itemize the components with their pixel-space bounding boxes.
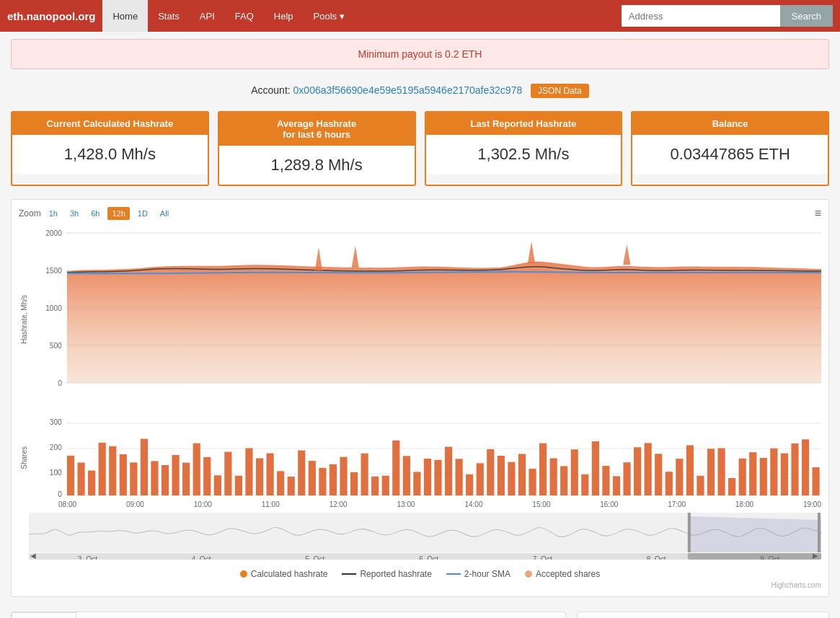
svg-rect-63	[539, 443, 547, 495]
svg-rect-21	[99, 443, 106, 495]
highcharts-credit: Highcharts.com	[19, 579, 821, 589]
legend-2hour-sma-label: 2-hour SMA	[464, 569, 510, 579]
svg-rect-67	[581, 474, 588, 495]
svg-rect-19	[77, 462, 84, 495]
x-label: 17:00	[668, 500, 686, 508]
svg-rect-47	[371, 477, 379, 495]
legend-2hour-sma: 2-hour SMA	[446, 569, 510, 579]
svg-rect-70	[613, 476, 620, 495]
svg-rect-38	[277, 471, 284, 495]
svg-rect-23	[120, 454, 127, 495]
chart-container: Zoom 1h 3h 6h 12h 1D All ≡ Hashrate, Mh/…	[11, 199, 829, 597]
svg-rect-35	[245, 448, 252, 495]
y-axis-hashrate-label: Hashrate, Mh/s	[20, 295, 28, 344]
navigator-svg: ◀ ▶ 3. Oct 4. Oct 5. Oct 6. Oct 7. Oct 8…	[29, 513, 821, 560]
svg-text:4. Oct: 4. Oct	[192, 555, 211, 560]
x-axis: 08:0009:0010:0011:0012:0013:0014:0015:00…	[19, 499, 821, 508]
svg-rect-84	[760, 458, 767, 495]
navigator-wrapper: ◀ ▶ 3. Oct 4. Oct 5. Oct 6. Oct 7. Oct 8…	[19, 513, 821, 562]
alert-message: Minimum payout is 0.2 ETH	[358, 48, 482, 60]
legend-calculated-hashrate: Calculated hashrate	[240, 569, 328, 579]
zoom-all[interactable]: All	[156, 207, 173, 220]
svg-rect-72	[634, 447, 641, 495]
legend-accepted-shares-dot	[525, 570, 532, 578]
svg-rect-54	[445, 447, 452, 495]
nav-faq[interactable]: FAQ	[225, 0, 264, 32]
avg-hashrate-card: Average Hashrate for last 6 hours 1,289.…	[218, 111, 416, 186]
svg-rect-87	[791, 443, 798, 495]
account-row: Account: 0x006a3f56690e4e59e5195a5946e21…	[0, 76, 840, 105]
account-address[interactable]: 0x006a3f56690e4e59e5195a5946e2170afe32c9…	[293, 84, 523, 96]
zoom-3h[interactable]: 3h	[66, 207, 83, 220]
svg-rect-50	[403, 456, 410, 495]
svg-rect-33	[224, 452, 231, 495]
svg-rect-80	[717, 448, 725, 495]
legend-accepted-shares: Accepted shares	[525, 569, 600, 579]
svg-rect-59	[498, 456, 505, 495]
svg-rect-22	[109, 446, 116, 495]
shares-chart-wrapper: Shares 300 200 100 0	[19, 416, 821, 499]
avg-hashrate-header: Average Hashrate for last 6 hours	[219, 112, 415, 146]
balance-value: 0.03447865 ETH	[632, 135, 828, 174]
zoom-12h[interactable]: 12h	[107, 207, 129, 220]
earnings-title: Approximated Earnings	[578, 612, 828, 618]
svg-rect-75	[666, 472, 673, 495]
hashrate-chart-svg: 2000 1500 1000 500 0	[29, 226, 821, 413]
legend-2hour-sma-line	[446, 573, 461, 575]
svg-rect-18	[67, 456, 74, 495]
workers-panel: Workers Payments Shares Hashrate Worker …	[11, 612, 566, 618]
nav-api[interactable]: API	[190, 0, 225, 32]
svg-rect-60	[508, 462, 515, 495]
legend-reported-hashrate: Reported hashrate	[342, 569, 431, 579]
last-reported-value: 1,302.5 Mh/s	[426, 135, 622, 174]
nav-home[interactable]: Home	[102, 0, 148, 32]
svg-rect-46	[361, 454, 368, 495]
avg-hashrate-value: 1,289.8 Mh/s	[219, 146, 415, 185]
svg-rect-45	[350, 472, 358, 495]
current-hashrate-header: Current Calculated Hashrate	[12, 112, 208, 135]
x-label: 19:00	[803, 500, 821, 508]
zoom-6h[interactable]: 6h	[87, 207, 104, 220]
svg-rect-52	[424, 459, 431, 495]
json-data-button[interactable]: JSON Data	[531, 84, 589, 98]
site-logo: eth.nanopool.org	[7, 10, 95, 22]
nav-stats[interactable]: Stats	[148, 0, 190, 32]
svg-rect-53	[434, 460, 441, 495]
svg-rect-49	[392, 441, 399, 495]
svg-rect-76	[676, 459, 683, 495]
svg-rect-24	[130, 462, 137, 495]
svg-text:3. Oct: 3. Oct	[78, 555, 97, 560]
svg-rect-29	[182, 463, 190, 495]
nav-help[interactable]: Help	[264, 0, 304, 32]
svg-rect-83	[749, 452, 756, 495]
tab-shares[interactable]: Shares	[146, 612, 203, 618]
tab-workers[interactable]: Workers	[12, 612, 76, 618]
svg-rect-25	[141, 439, 148, 495]
svg-rect-27	[162, 465, 169, 495]
alert-banner: Minimum payout is 0.2 ETH	[11, 39, 829, 69]
svg-rect-85	[770, 449, 777, 495]
svg-rect-73	[645, 443, 652, 495]
svg-text:100: 100	[50, 469, 62, 477]
tab-payments[interactable]: Payments	[76, 612, 146, 618]
zoom-1d[interactable]: 1D	[133, 207, 152, 220]
svg-rect-82	[739, 459, 746, 495]
address-input[interactable]	[622, 5, 780, 27]
svg-text:▶: ▶	[813, 552, 818, 560]
svg-rect-28	[172, 455, 179, 495]
x-label: 15:00	[532, 500, 550, 508]
chart-menu-icon[interactable]: ≡	[815, 207, 821, 220]
x-label: 09:00	[126, 500, 144, 508]
svg-rect-40	[298, 451, 305, 495]
svg-rect-31	[203, 457, 211, 495]
svg-text:0: 0	[58, 490, 62, 498]
zoom-1h[interactable]: 1h	[45, 207, 62, 220]
nav-pools[interactable]: Pools ▾	[304, 0, 355, 32]
svg-text:5. Oct: 5. Oct	[305, 555, 324, 560]
bottom-section: Workers Payments Shares Hashrate Worker …	[0, 604, 840, 618]
svg-rect-77	[686, 445, 694, 495]
legend-reported-hashrate-line	[342, 573, 356, 575]
chart-main-wrapper: Hashrate, Mh/s 2000 1500 1000 500 0	[19, 226, 821, 413]
x-label: 11:00	[262, 500, 280, 508]
search-button[interactable]: Search	[780, 5, 833, 27]
